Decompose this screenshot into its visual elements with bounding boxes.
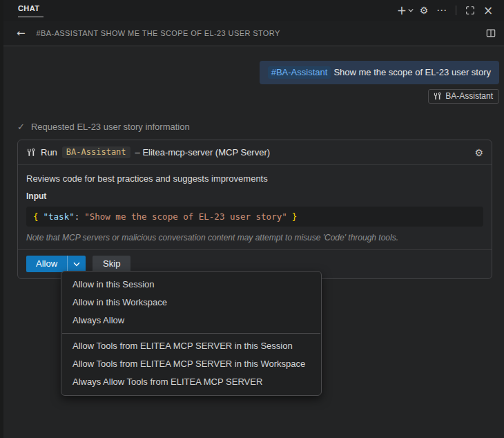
menu-item-allow-server-session[interactable]: Allow Tools from ELITEA MCP SERVER in th…: [61, 337, 321, 355]
titlebar-divider: [456, 6, 456, 15]
menu-item-allow-workspace[interactable]: Allow in this Workspace: [61, 294, 321, 312]
tab-chat[interactable]: CHAT: [18, 4, 43, 17]
allow-button[interactable]: Allow: [26, 256, 86, 272]
split-editor-icon: [486, 28, 496, 38]
open-chat-in-editor-button[interactable]: [486, 28, 496, 38]
chat-header-row: ← #BA-ASSISTANT SHOW ME THE SCOPE OF EL-…: [0, 21, 504, 46]
menu-item-always-allow[interactable]: Always Allow: [61, 312, 321, 330]
back-button[interactable]: ←: [17, 27, 26, 39]
tool-settings-button[interactable]: ⚙: [474, 147, 483, 158]
back-arrow-icon: ←: [17, 27, 26, 39]
user-message-row: #BA-AssistantShow me the scope of EL-23 …: [17, 61, 499, 84]
maximize-panel-button[interactable]: [463, 3, 478, 18]
allow-button-label[interactable]: Allow: [26, 256, 67, 272]
code-key: "task": [43, 211, 75, 222]
input-label: Input: [26, 191, 483, 201]
new-chat-button[interactable]: +: [397, 3, 414, 18]
menu-item-allow-server-workspace[interactable]: Allow Tools from ELITEA MCP SERVER in th…: [61, 355, 321, 373]
code-value: "Show me the scope of EL-23 user story": [84, 211, 287, 222]
status-text: Requested EL-23 user story information: [31, 122, 190, 132]
tool-input-code: {"task":"Show me the scope of EL-23 user…: [26, 207, 483, 227]
code-colon: :: [75, 211, 80, 222]
tool-confirmation-card: Run BA-Assistant – Elitea-mcp-server (MC…: [17, 140, 492, 279]
titlebar-actions: + ⚙ ⋯: [397, 3, 496, 18]
panel-edge-sash[interactable]: [0, 0, 3, 438]
agent-mention-chip[interactable]: #BA-Assistant: [268, 66, 331, 79]
code-open-brace: {: [33, 211, 39, 222]
menu-item-always-allow-server[interactable]: Always Allow Tools from ELITEA MCP SERVE…: [61, 373, 321, 391]
user-message-text: Show me the scope of EL-23 user story: [333, 67, 491, 77]
status-row: ✓ Requested EL-23 user story information: [17, 122, 499, 132]
agent-badge: BA-Assistant: [428, 89, 499, 104]
skip-button[interactable]: Skip: [93, 256, 130, 272]
tools-icon: [433, 92, 442, 101]
user-message-bubble: #BA-AssistantShow me the scope of EL-23 …: [260, 61, 499, 84]
plus-icon: +: [397, 5, 407, 17]
tool-name-chip: BA-Assistant: [62, 146, 130, 158]
chat-content: #BA-AssistantShow me the scope of EL-23 …: [0, 61, 504, 279]
allow-options-dropdown: Allow in this Session Allow in this Work…: [61, 271, 322, 396]
gear-icon: ⚙: [474, 147, 483, 158]
panel-titlebar: CHAT + ⚙ ⋯: [0, 0, 504, 21]
run-label: Run: [41, 147, 57, 158]
check-icon: ✓: [17, 122, 25, 132]
skip-button-label: Skip: [103, 258, 120, 269]
gear-icon: ⚙: [420, 6, 429, 15]
allow-dropdown-toggle[interactable]: [67, 256, 86, 272]
ellipsis-icon: ⋯: [436, 6, 447, 16]
chat-session-title: #BA-ASSISTANT SHOW ME THE SCOPE OF EL-23…: [37, 29, 486, 37]
tool-card-header: Run BA-Assistant – Elitea-mcp-server (MC…: [18, 140, 492, 165]
chat-panel: CHAT + ⚙ ⋯: [0, 0, 504, 438]
agent-badge-row: BA-Assistant: [17, 89, 499, 104]
tab-chat-label: CHAT: [18, 4, 39, 12]
tool-description: Reviews code for best practices and sugg…: [26, 173, 483, 184]
code-close-brace: }: [292, 211, 298, 222]
chevron-down-icon: [408, 8, 414, 12]
close-panel-button[interactable]: ×: [481, 3, 496, 18]
tools-icon: [26, 148, 36, 158]
security-note: Note that MCP servers or malicious conve…: [26, 233, 483, 242]
menu-separator: [62, 333, 320, 334]
agent-badge-label: BA-Assistant: [445, 91, 493, 101]
more-actions-button[interactable]: ⋯: [434, 3, 449, 18]
close-icon: ×: [483, 5, 493, 17]
expand-icon: [465, 6, 475, 15]
configure-chat-button[interactable]: ⚙: [416, 3, 432, 18]
tool-card-body: Reviews code for best practices and sugg…: [18, 165, 492, 249]
menu-item-allow-session[interactable]: Allow in this Session: [61, 276, 321, 294]
server-label: – Elitea-mcp-server (MCP Server): [135, 147, 271, 158]
